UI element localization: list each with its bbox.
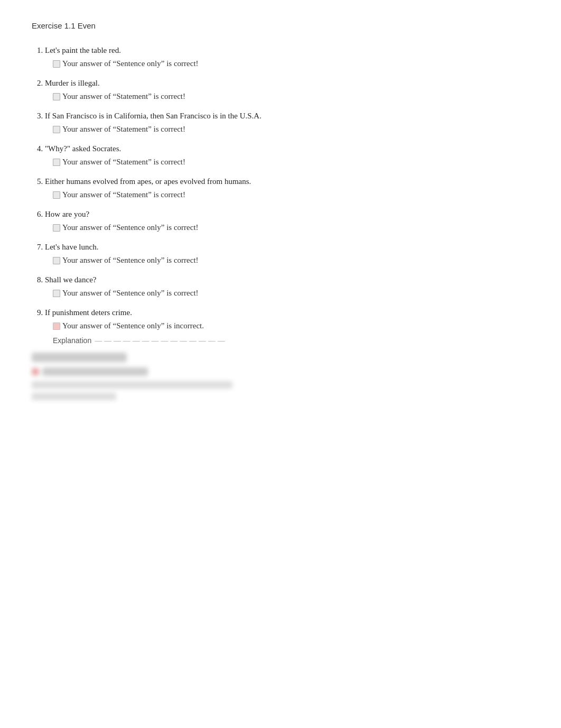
exercise-item-9: 9. If punishment deters crime.Your answe… [32, 308, 529, 400]
question-text-1: 1. Let's paint the table red. [32, 46, 529, 55]
answer-row-1: Your answer of “Sentence only” is correc… [32, 59, 529, 68]
answer-text-9: Your answer of “Sentence only” is incorr… [62, 321, 204, 330]
answer-row-5: Your answer of “Statement” is correct! [32, 190, 529, 199]
blurred-content [32, 353, 529, 400]
exercise-item-7: 7. Let's have lunch.Your answer of “Sent… [32, 243, 529, 265]
answer-indicator-8 [53, 290, 60, 297]
answer-indicator-6 [53, 224, 60, 232]
exercise-item-6: 6. How are you?Your answer of “Sentence … [32, 210, 529, 232]
question-text-9: 9. If punishment deters crime. [32, 308, 529, 317]
exercise-item-4: 4. "Why?" asked Socrates.Your answer of … [32, 144, 529, 167]
question-text-7: 7. Let's have lunch. [32, 243, 529, 252]
explanation-label: Explanation [53, 336, 91, 345]
answer-text-5: Your answer of “Statement” is correct! [62, 190, 185, 199]
exercise-item-3: 3. If San Francisco is in California, th… [32, 112, 529, 134]
answer-text-4: Your answer of “Statement” is correct! [62, 158, 185, 167]
answer-text-7: Your answer of “Sentence only” is correc… [62, 256, 199, 265]
exercise-item-1: 1. Let's paint the table red.Your answer… [32, 46, 529, 68]
question-text-8: 8. Shall we dance? [32, 275, 529, 284]
explanation-text: — — — — — — — — — — — — — — [95, 336, 225, 345]
exercise-item-5: 5. Either humans evolved from apes, or a… [32, 177, 529, 199]
explanation-section: Explanation— — — — — — — — — — — — — — [32, 336, 529, 345]
answer-row-3: Your answer of “Statement” is correct! [32, 125, 529, 134]
question-text-2: 2. Murder is illegal. [32, 79, 529, 88]
answer-indicator-3 [53, 126, 60, 133]
answer-row-4: Your answer of “Statement” is correct! [32, 158, 529, 167]
answer-text-2: Your answer of “Statement” is correct! [62, 92, 185, 101]
answer-text-3: Your answer of “Statement” is correct! [62, 125, 185, 134]
question-text-5: 5. Either humans evolved from apes, or a… [32, 177, 529, 186]
exercise-list: 1. Let's paint the table red.Your answer… [32, 46, 529, 400]
answer-indicator-1 [53, 60, 60, 68]
answer-row-6: Your answer of “Sentence only” is correc… [32, 223, 529, 232]
question-text-3: 3. If San Francisco is in California, th… [32, 112, 529, 121]
answer-text-8: Your answer of “Sentence only” is correc… [62, 289, 199, 298]
answer-row-9: Your answer of “Sentence only” is incorr… [32, 321, 529, 330]
page-title: Exercise 1.1 Even [32, 21, 529, 30]
answer-text-6: Your answer of “Sentence only” is correc… [62, 223, 199, 232]
answer-row-8: Your answer of “Sentence only” is correc… [32, 289, 529, 298]
answer-indicator-7 [53, 257, 60, 264]
answer-row-2: Your answer of “Statement” is correct! [32, 92, 529, 101]
answer-indicator-9 [53, 322, 60, 330]
exercise-item-8: 8. Shall we dance?Your answer of “Senten… [32, 275, 529, 298]
answer-indicator-4 [53, 159, 60, 166]
exercise-item-2: 2. Murder is illegal.Your answer of “Sta… [32, 79, 529, 101]
question-text-6: 6. How are you? [32, 210, 529, 219]
answer-text-1: Your answer of “Sentence only” is correc… [62, 59, 199, 68]
answer-indicator-2 [53, 93, 60, 100]
answer-indicator-5 [53, 191, 60, 199]
answer-row-7: Your answer of “Sentence only” is correc… [32, 256, 529, 265]
question-text-4: 4. "Why?" asked Socrates. [32, 144, 529, 153]
